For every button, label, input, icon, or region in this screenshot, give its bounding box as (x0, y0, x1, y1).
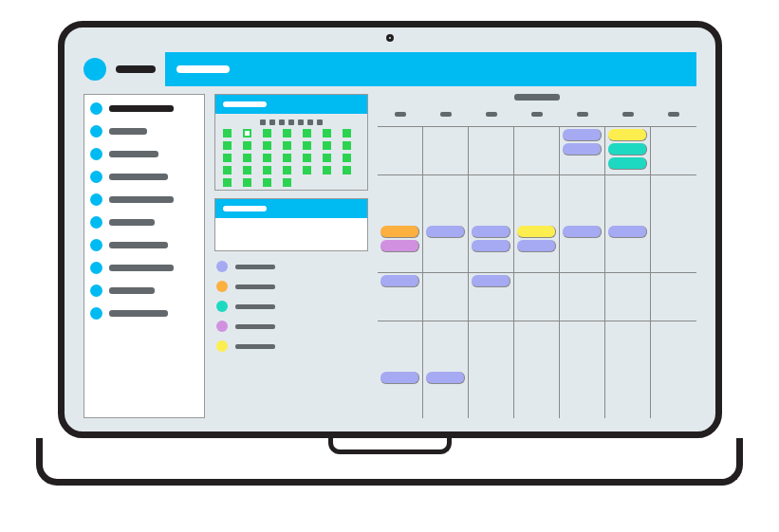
sidebar-item[interactable] (90, 307, 198, 320)
schedule-cell[interactable] (378, 224, 423, 272)
schedule-cell[interactable] (560, 273, 605, 321)
calendar-day[interactable] (243, 178, 251, 187)
legend-item[interactable] (216, 281, 366, 292)
schedule-cell[interactable] (378, 127, 423, 175)
calendar-day[interactable] (263, 154, 271, 162)
event-block[interactable] (608, 157, 647, 170)
schedule-cell[interactable] (605, 273, 651, 321)
calendar-day[interactable] (323, 178, 331, 187)
schedule-grid[interactable] (378, 127, 696, 418)
calendar-day[interactable] (283, 141, 291, 150)
calendar-day[interactable] (343, 178, 351, 187)
event-block[interactable] (426, 226, 465, 238)
schedule-cell[interactable] (469, 175, 514, 224)
calendar-day[interactable] (323, 166, 331, 174)
schedule-cell[interactable] (514, 127, 560, 175)
sidebar-item[interactable] (90, 148, 198, 160)
schedule-cell[interactable] (560, 370, 605, 418)
calendar-day[interactable] (223, 154, 232, 162)
calendar-day[interactable] (243, 129, 251, 138)
schedule-cell[interactable] (514, 175, 560, 224)
event-block[interactable] (517, 240, 556, 252)
calendar-day[interactable] (263, 178, 271, 187)
sidebar-item[interactable] (90, 125, 198, 138)
event-block[interactable] (608, 129, 647, 141)
schedule-cell[interactable] (423, 224, 469, 272)
sidebar-item[interactable] (90, 216, 198, 229)
calendar-day[interactable] (243, 166, 251, 174)
schedule-cell[interactable] (469, 370, 514, 418)
schedule-cell[interactable] (605, 175, 651, 224)
schedule-cell[interactable] (651, 321, 696, 370)
calendar-day[interactable] (263, 141, 271, 150)
calendar-day[interactable] (343, 154, 351, 162)
mini-calendar[interactable] (215, 114, 367, 190)
calendar-day[interactable] (283, 154, 291, 162)
calendar-day[interactable] (283, 129, 291, 138)
schedule-cell[interactable] (651, 273, 696, 321)
schedule-cell[interactable] (651, 175, 696, 224)
event-block[interactable] (608, 226, 647, 238)
schedule-cell[interactable] (605, 321, 651, 370)
schedule-cell[interactable] (651, 127, 696, 175)
calendar-day[interactable] (223, 166, 232, 174)
schedule-cell[interactable] (378, 370, 423, 418)
calendar-day[interactable] (303, 141, 311, 150)
legend-item[interactable] (216, 261, 366, 272)
calendar-day[interactable] (243, 154, 251, 162)
legend-item[interactable] (216, 340, 366, 352)
event-block[interactable] (517, 226, 556, 238)
calendar-day[interactable] (263, 166, 271, 174)
calendar-day[interactable] (343, 166, 351, 174)
sidebar-item[interactable] (90, 193, 198, 206)
schedule-cell[interactable] (423, 175, 469, 224)
event-block[interactable] (608, 143, 647, 156)
user-avatar[interactable] (83, 58, 106, 81)
calendar-day[interactable] (343, 141, 351, 150)
sidebar-item[interactable] (90, 171, 198, 183)
schedule-cell[interactable] (560, 127, 605, 175)
calendar-day[interactable] (223, 129, 232, 138)
event-block[interactable] (563, 226, 602, 238)
schedule-cell[interactable] (605, 370, 651, 418)
calendar-day[interactable] (343, 129, 351, 138)
calendar-day[interactable] (243, 141, 251, 150)
event-block[interactable] (380, 372, 419, 384)
schedule-cell[interactable] (560, 224, 605, 272)
schedule-cell[interactable] (378, 321, 423, 370)
schedule-cell[interactable] (514, 273, 560, 321)
schedule-cell[interactable] (469, 273, 514, 321)
calendar-day[interactable] (303, 154, 311, 162)
calendar-day[interactable] (323, 154, 331, 162)
sidebar-item[interactable] (90, 284, 198, 297)
schedule-cell[interactable] (469, 127, 514, 175)
event-block[interactable] (563, 129, 602, 141)
calendar-day[interactable] (283, 166, 291, 174)
legend-item[interactable] (216, 301, 366, 312)
schedule-cell[interactable] (560, 321, 605, 370)
schedule-cell[interactable] (378, 273, 423, 321)
schedule-cell[interactable] (651, 224, 696, 272)
schedule-cell[interactable] (423, 273, 469, 321)
sidebar-item[interactable] (90, 239, 198, 251)
event-block[interactable] (563, 143, 602, 156)
schedule-cell[interactable] (423, 370, 469, 418)
event-block[interactable] (472, 275, 510, 287)
event-block[interactable] (380, 226, 419, 238)
schedule-cell[interactable] (423, 127, 469, 175)
event-block[interactable] (472, 226, 510, 238)
schedule-cell[interactable] (560, 175, 605, 224)
calendar-day[interactable] (303, 178, 311, 187)
schedule-cell[interactable] (605, 127, 651, 175)
schedule-cell[interactable] (514, 370, 560, 418)
calendar-day[interactable] (323, 129, 331, 138)
calendar-day[interactable] (323, 141, 331, 150)
schedule-cell[interactable] (469, 224, 514, 272)
legend-item[interactable] (216, 321, 366, 332)
sidebar-item[interactable] (90, 102, 198, 115)
schedule-cell[interactable] (469, 321, 514, 370)
filter-panel-body[interactable] (215, 218, 367, 250)
calendar-day[interactable] (283, 178, 291, 187)
event-block[interactable] (426, 372, 465, 384)
schedule-cell[interactable] (514, 321, 560, 370)
